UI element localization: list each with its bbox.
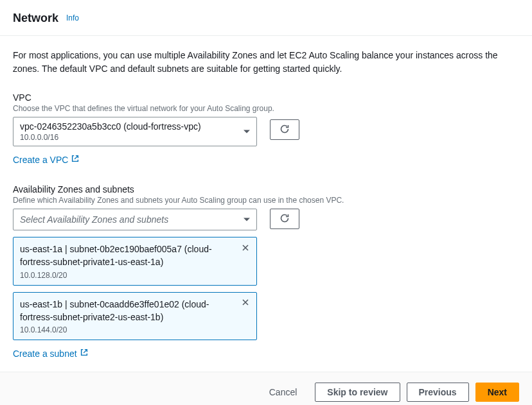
vpc-select-value: vpc-0246352230a5b3cc0 (cloud-fortress-vp… [20, 121, 236, 132]
vpc-select[interactable]: vpc-0246352230a5b3cc0 (cloud-fortress-vp… [13, 117, 257, 146]
az-label: Availability Zones and subnets [13, 184, 519, 194]
chevron-down-icon [244, 218, 250, 221]
selected-subnet-sub: 10.0.128.0/20 [20, 271, 233, 280]
az-field: Availability Zones and subnets Define wh… [13, 184, 519, 359]
vpc-label: VPC [13, 92, 519, 103]
vpc-refresh-button[interactable] [270, 119, 299, 140]
az-select-placeholder: Select Availability Zones and subnets [20, 214, 168, 225]
external-link-icon [71, 154, 80, 165]
panel-header: Network Info [0, 0, 532, 36]
create-subnet-link[interactable]: Create a subnet [13, 348, 89, 359]
selected-subnet-main: us-east-1a | subnet-0b2ec190baef005a7 (c… [20, 243, 233, 269]
page-title: Network [13, 12, 58, 25]
selected-subnet-tag: us-east-1a | subnet-0b2ec190baef005a7 (c… [13, 237, 257, 286]
info-link[interactable]: Info [66, 13, 79, 22]
selected-subnet-tag: us-east-1b | subnet-0caadd6e3ffe01e02 (c… [13, 292, 257, 341]
az-description: Define which Availability Zones and subn… [13, 196, 519, 205]
vpc-field: VPC Choose the VPC that defines the virt… [13, 92, 519, 165]
vpc-select-subvalue: 10.0.0.0/16 [20, 133, 236, 142]
panel-body: For most applications, you can use multi… [0, 36, 532, 372]
previous-button[interactable]: Previous [407, 383, 469, 402]
refresh-icon [279, 213, 290, 225]
vpc-description: Choose the VPC that defines the virtual … [13, 104, 519, 113]
close-icon [241, 298, 250, 309]
az-select[interactable]: Select Availability Zones and subnets [13, 209, 257, 230]
chevron-down-icon [244, 130, 250, 134]
remove-subnet-button[interactable] [240, 298, 251, 309]
skip-to-review-button[interactable]: Skip to review [315, 383, 400, 402]
selected-subnet-main: us-east-1b | subnet-0caadd6e3ffe01e02 (c… [20, 298, 233, 324]
refresh-icon [279, 124, 290, 136]
cancel-button[interactable]: Cancel [258, 383, 309, 402]
selected-subnet-sub: 10.0.144.0/20 [20, 325, 233, 334]
close-icon [241, 243, 250, 254]
create-vpc-link-label: Create a VPC [13, 155, 68, 165]
create-subnet-link-label: Create a subnet [13, 349, 77, 359]
az-refresh-button[interactable] [270, 209, 299, 229]
create-vpc-link[interactable]: Create a VPC [13, 154, 80, 165]
remove-subnet-button[interactable] [240, 243, 251, 254]
intro-text: For most applications, you can use multi… [13, 49, 519, 76]
wizard-footer: Cancel Skip to review Previous Next [0, 372, 532, 405]
external-link-icon [80, 348, 89, 359]
next-button[interactable]: Next [475, 383, 519, 402]
